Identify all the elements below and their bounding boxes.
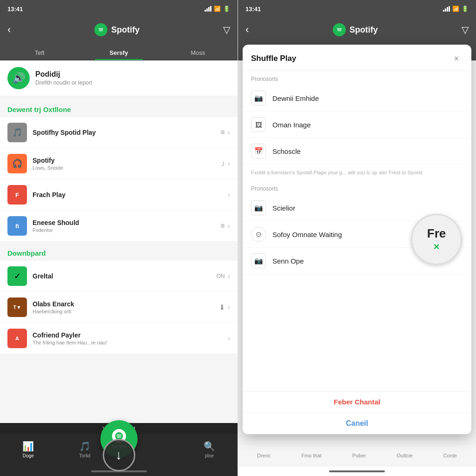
nav-bar-right: ‹ Spotify ▽ [238, 17, 476, 45]
free-badge-text: Fre [427, 226, 446, 241]
music-note-icon: ♪ [221, 159, 225, 168]
modal-text-5: Senn Ope [272, 257, 304, 265]
featured-title-left: Podidij [35, 70, 230, 79]
item-info-4-left: Greltal [33, 272, 211, 280]
list-item-4-left[interactable]: ✓ Greltal ON › [0, 261, 238, 292]
filter-icon-right[interactable]: ▽ [462, 24, 469, 35]
battery-icon-right: 🔋 [462, 6, 469, 12]
chevron-2-left: › [228, 191, 230, 199]
modal-icon-1: 🖼 [251, 117, 266, 132]
item-info-5-left: Olabs Enarck Haeberclking orlt: [33, 300, 213, 314]
free-badge-x: × [434, 241, 440, 253]
doge-icon: 📊 [22, 441, 34, 452]
home-indicator-right [238, 467, 476, 476]
featured-item-left[interactable]: 🔊 Podidij Drefith noudin or leport [0, 60, 238, 96]
modal-item-1[interactable]: 🖼 Oman Inage [243, 112, 471, 138]
modal-section2-label: Pronosorts [243, 181, 471, 195]
signal-icon-right [443, 6, 450, 12]
modal-description: Fxolilit a fuendaro's Spotall.Plage your… [243, 165, 471, 181]
ploe-label: ploe [205, 453, 214, 458]
modal-item-2[interactable]: 📅 Schoscle [243, 138, 471, 165]
item-icon-5-left: T▼ [7, 298, 27, 317]
featured-subtitle-left: Drefith noudin or leport [35, 79, 230, 86]
tab-teft-left[interactable]: Teft [0, 45, 79, 60]
download-arrow-circle[interactable]: ↓ [103, 439, 135, 471]
modal-icon-0: 📷 [251, 91, 266, 106]
wifi-icon-right: 📶 [452, 6, 459, 12]
item-info-1-left: Spotify Lows, Snoide [33, 157, 216, 171]
modal-close-button[interactable]: × [450, 52, 463, 65]
modal-text-0: Dewnii Emhide [272, 94, 319, 102]
item-icon-3-left: fi [7, 216, 27, 236]
section-header-1-left: Dewent trj Oxtllone [0, 98, 238, 117]
nav-item-ploe[interactable]: 🔍 ploe [204, 441, 215, 458]
shuffle-play-modal: Shuffle Play × Pronosorts 📷 Dewnii Emhid… [243, 45, 471, 434]
modal-text-3: Scielior [272, 204, 295, 212]
item-icon-2-left: F [7, 185, 27, 205]
modal-title: Shuffle Play [251, 54, 296, 63]
nav-fmo-that[interactable]: Fmo that [301, 453, 321, 458]
list-item-1-left[interactable]: 🎧 Spotify Lows, Snoide ♪ › [0, 148, 238, 179]
back-button-right[interactable]: ‹ [245, 24, 249, 36]
list-item-6-left[interactable]: A Cofriend Payler The friling hae tlem H… [0, 323, 238, 354]
app-name-right: Spotify [350, 25, 378, 35]
signal-icon [205, 6, 212, 12]
nav-item-doge[interactable]: 📊 Doge [22, 441, 34, 458]
list-icon-0: ≡ [220, 128, 225, 137]
status-icons-right: 📶 🔋 [443, 6, 469, 12]
status-icons-left: 📶 🔋 [205, 6, 230, 12]
item-info-6-left: Cofriend Payler The friling hae tlem Hau… [33, 331, 222, 345]
item-info-3-left: Eneese Should Fvdentor [33, 219, 215, 233]
modal-item-0[interactable]: 📷 Dewnii Emhide [243, 85, 471, 112]
download-icon-5: ⬇ [219, 303, 225, 312]
modal-header: Shuffle Play × [243, 45, 471, 71]
chevron-6-left: › [228, 334, 230, 343]
chevron-1-left: › [228, 159, 230, 168]
back-button-left[interactable]: ‹ [7, 24, 11, 36]
home-bar-right [329, 470, 385, 472]
modal-footer-action[interactable]: Feber Chantal [243, 391, 471, 413]
item-right-3-left: ≡ › [220, 222, 230, 230]
list-icon-3: ≡ [220, 222, 225, 230]
free-badge: Fre × [411, 214, 462, 265]
left-panel: 13:41 📶 🔋 ‹ Spotify [0, 0, 238, 476]
content-left: 🔊 Podidij Drefith noudin or leport Dewen… [0, 60, 238, 423]
filter-icon-left[interactable]: ▽ [223, 24, 230, 35]
nav-puber[interactable]: Puber [352, 453, 366, 458]
modal-footer: Feber Chantal Caneil [243, 391, 471, 434]
item-right-0-left: ≡ › [220, 128, 230, 137]
list-item-0-left[interactable]: 🎵 Spotifhy Spotid Play ≡ › [0, 117, 238, 148]
list-item-3-left[interactable]: fi Eneese Should Fvdentor ≡ › [0, 211, 238, 242]
modal-text-1: Oman Inage [272, 121, 311, 129]
modal-icon-2: 📅 [251, 144, 266, 159]
modal-icon-5: 📷 [251, 253, 266, 268]
torlid-icon: 🎵 [79, 441, 91, 452]
spotify-logo-left [94, 23, 107, 36]
modal-cancel-button[interactable]: Caneil [243, 413, 471, 434]
status-bar-left: 13:41 📶 🔋 [0, 0, 238, 17]
battery-icon: 🔋 [223, 6, 230, 12]
list-item-5-left[interactable]: T▼ Olabs Enarck Haeberclking orlt: ⬇ › [0, 292, 238, 323]
nav-item-torlid[interactable]: 🎵 Torlid [79, 441, 91, 458]
tab-sersfy-left[interactable]: Sersfy [79, 45, 158, 60]
item-right-4-left: ON › [217, 272, 230, 280]
status-bar-right: 13:41 📶 🔋 [238, 0, 476, 17]
list-item-2-left[interactable]: F Frach Play › [0, 179, 238, 211]
chevron-5-left: › [228, 303, 230, 311]
time-left: 13:41 [7, 6, 23, 13]
ploe-icon: 🔍 [204, 441, 215, 452]
tab-moss-left[interactable]: Moss [159, 45, 238, 60]
nav-conte[interactable]: Conte [443, 453, 457, 458]
chevron-3-left: › [228, 222, 230, 230]
modal-section1-label: Pronosorts [243, 71, 471, 85]
nav-dreric[interactable]: Dreric [257, 453, 271, 458]
app-name-left: Spotify [111, 25, 139, 35]
right-panel: 13:41 📶 🔋 ‹ Spotify [238, 0, 476, 476]
chevron-0-left: › [228, 128, 230, 137]
featured-icon-left: 🔊 [7, 67, 30, 89]
item-icon-1-left: 🎧 [7, 154, 27, 173]
chevron-4-left: › [228, 272, 230, 280]
bottom-nav-right: Dreric Fmo that Puber Outlcie Conte [238, 443, 476, 467]
nav-outlcie[interactable]: Outlcie [397, 453, 412, 458]
doge-label: Doge [23, 453, 34, 458]
